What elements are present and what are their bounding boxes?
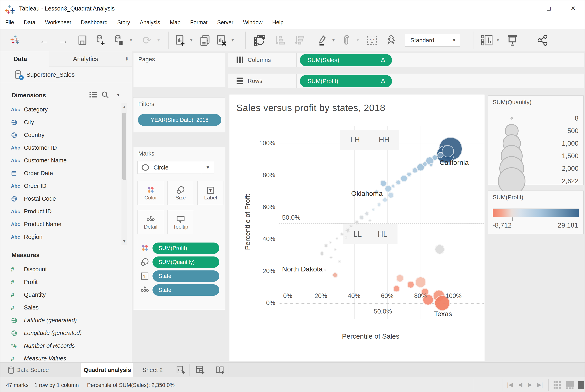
plot-area[interactable]: 50.0%50.0%LHHHLLHLCaliforniaOklahomaNort… — [279, 126, 484, 320]
view-as-list-icon[interactable] — [90, 92, 98, 98]
marks-pill-state[interactable]: State — [152, 284, 219, 296]
detail-button[interactable]: Detail — [137, 210, 164, 234]
new-dashboard-tab-icon[interactable] — [192, 364, 209, 376]
mark-circle-6[interactable] — [429, 163, 433, 167]
mark-circle-8[interactable] — [417, 164, 424, 171]
menu-server[interactable]: Server — [212, 16, 238, 26]
scrollbar-thumb[interactable] — [122, 113, 126, 180]
mark-circle-21[interactable] — [365, 212, 369, 216]
previous-page-icon[interactable]: ◀ — [518, 381, 522, 388]
tab-data-source[interactable]: Data Source — [1, 363, 81, 377]
close-button[interactable]: ✕ — [561, 0, 585, 16]
swap-rows-columns-icon[interactable] — [251, 33, 268, 48]
field-country[interactable]: Country — [1, 129, 121, 142]
show-me-icon[interactable] — [479, 33, 495, 48]
mark-circle-9[interactable] — [412, 168, 418, 173]
measure-quantity[interactable]: #Quantity — [1, 288, 121, 301]
mark-circle-24[interactable] — [355, 220, 359, 224]
field-customer-name[interactable]: AbcCustomer Name — [1, 154, 121, 167]
redo-icon[interactable]: → — [56, 33, 71, 48]
mark-circle-15[interactable] — [391, 184, 395, 188]
fix-axes-icon[interactable] — [384, 33, 399, 48]
measure-sales[interactable]: #Sales — [1, 301, 121, 314]
maximize-button[interactable]: □ — [537, 0, 561, 16]
field-city[interactable]: City — [1, 116, 121, 129]
menu-story[interactable]: Story — [112, 16, 135, 26]
duplicate-sheet-icon[interactable] — [197, 33, 213, 48]
tab-analytics[interactable]: Analytics — [49, 52, 122, 67]
highlight-caret-icon[interactable]: ▼ — [330, 33, 337, 48]
field-order-date[interactable]: Order Date — [1, 167, 121, 180]
sort-descending-icon[interactable] — [291, 33, 308, 48]
pause-updates-icon[interactable] — [111, 33, 126, 48]
marks-pill-sum-quantity[interactable]: SUM(Quantity) — [152, 256, 219, 268]
scroll-up-icon[interactable]: ▲ — [122, 103, 127, 110]
group-members-icon[interactable] — [340, 33, 354, 48]
columns-shelf[interactable]: Columns SUM(Sales) Δ — [228, 52, 584, 67]
tab-quadrat-analysis[interactable]: Quadrat analysis — [81, 363, 133, 377]
measure-latitude-generated[interactable]: Latitude (generated) — [1, 314, 121, 327]
menu-data[interactable]: Data — [19, 16, 40, 26]
new-worksheet-tab-icon[interactable] — [172, 364, 189, 376]
new-worksheet-icon[interactable] — [173, 33, 187, 48]
mark-circle-42[interactable] — [415, 277, 426, 288]
presentation-mode-icon[interactable] — [504, 33, 521, 48]
next-page-icon[interactable]: ▶ — [528, 381, 532, 388]
filmstrip-view-icon[interactable] — [566, 381, 574, 391]
menu-format[interactable]: Format — [185, 16, 212, 26]
clear-sheet-caret-icon[interactable]: ▼ — [229, 33, 236, 48]
color-gradient-bar[interactable] — [493, 208, 579, 217]
mark-circle-28[interactable] — [336, 237, 338, 240]
tooltip-button[interactable]: Tooltip — [167, 210, 194, 234]
filter-pill-ship-date[interactable]: YEAR(Ship Date): 2018 — [138, 114, 221, 126]
refresh-caret-icon[interactable]: ▼ — [155, 33, 162, 48]
find-field-icon[interactable] — [101, 91, 109, 99]
tab-sheet-2[interactable]: Sheet 2 — [133, 363, 172, 377]
show-mark-labels-icon[interactable]: T — [365, 33, 379, 48]
mark-circle-37[interactable] — [435, 244, 444, 254]
field-customer-id[interactable]: AbcCustomer ID — [1, 142, 121, 154]
mark-circle-31[interactable] — [324, 244, 328, 248]
share-icon[interactable] — [534, 33, 551, 48]
color-button[interactable]: Color — [137, 181, 164, 205]
mark-circle-19[interactable] — [377, 203, 381, 207]
first-page-icon[interactable]: |◀ — [507, 381, 513, 388]
mark-circle-33[interactable] — [320, 252, 324, 256]
dimensions-menu-caret-icon[interactable]: ▼ — [116, 93, 120, 97]
mark-circle-39[interactable] — [396, 274, 404, 282]
refresh-icon[interactable]: ⟳ — [139, 33, 155, 48]
mark-circle-14[interactable] — [385, 185, 392, 192]
field-postal-code[interactable]: Postal Code — [1, 192, 121, 205]
undo-icon[interactable]: ← — [37, 33, 52, 48]
highlight-icon[interactable] — [316, 33, 330, 48]
mark-circle-12[interactable] — [396, 180, 401, 185]
rows-shelf[interactable]: Rows SUM(Profit) Δ — [228, 74, 584, 88]
mark-circle-11[interactable] — [401, 175, 407, 182]
label-button[interactable]: T Label — [197, 181, 224, 205]
new-data-source-icon[interactable] — [93, 33, 107, 48]
minimize-button[interactable]: — — [512, 0, 537, 16]
menu-help[interactable]: Help — [267, 16, 288, 26]
mark-circle-26[interactable] — [346, 228, 350, 232]
mark-circle-10[interactable] — [407, 172, 411, 177]
new-story-tab-icon[interactable] — [211, 364, 228, 376]
group-caret-icon[interactable]: ▼ — [354, 33, 361, 48]
measure-longitude-generated[interactable]: Longitude (generated) — [1, 327, 121, 340]
fit-selector-caret-icon[interactable]: ▼ — [448, 34, 460, 46]
mark-circle-13[interactable] — [380, 180, 387, 186]
mark-circle-40[interactable] — [393, 285, 400, 292]
menu-file[interactable]: File — [1, 16, 19, 26]
menu-analysis[interactable]: Analysis — [135, 16, 165, 26]
mark-circle-25[interactable] — [349, 225, 353, 228]
mark-type-dropdown[interactable]: Circle ▼ — [137, 161, 214, 174]
field-product-name[interactable]: AbcProduct Name — [1, 218, 121, 230]
fit-selector[interactable]: Standard ▼ — [405, 34, 460, 46]
measure-number-of-records[interactable]: =#Number of Records — [1, 340, 121, 352]
size-legend-card[interactable]: SUM(Quantity) 85001,0001,5002,0002,622 — [488, 96, 583, 185]
columns-pill-sum-sales[interactable]: SUM(Sales) Δ — [300, 54, 392, 66]
rows-pill-sum-profit[interactable]: SUM(Profit) Δ — [300, 75, 392, 87]
marks-pill-state[interactable]: State — [152, 270, 219, 282]
tab-data[interactable]: Data — [1, 52, 49, 67]
field-category[interactable]: AbcCategory — [1, 103, 121, 116]
mark-circle-35[interactable] — [338, 260, 341, 263]
